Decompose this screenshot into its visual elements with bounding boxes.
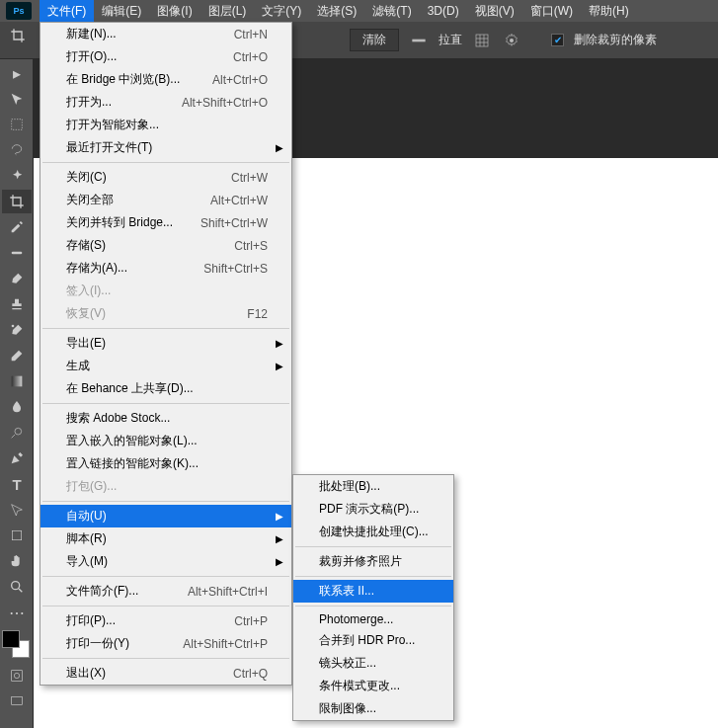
- straighten-label: 拉直: [439, 32, 462, 48]
- menu-item-label: 置入嵌入的智能对象(L)...: [66, 433, 268, 449]
- move-tool[interactable]: [2, 87, 32, 111]
- file-menu-item-8[interactable]: 关闭全部Alt+Ctrl+W: [40, 189, 291, 211]
- gear-icon[interactable]: [502, 31, 521, 50]
- menu-item-label: 限制图像...: [319, 700, 430, 717]
- menu-layer[interactable]: 图层(L): [200, 0, 255, 23]
- history-brush-tool[interactable]: [2, 318, 32, 342]
- file-menu-item-26[interactable]: 导入(M)▶: [40, 550, 291, 573]
- file-menu-item-25[interactable]: 脚本(R)▶: [40, 527, 291, 550]
- menu-item-label: 镜头校正...: [319, 655, 430, 672]
- color-swatch[interactable]: [2, 630, 30, 658]
- crop-tool[interactable]: [2, 190, 32, 213]
- automate-item-9[interactable]: 合并到 HDR Pro...: [293, 629, 453, 652]
- stamp-tool[interactable]: [2, 292, 32, 316]
- menu-item-label: PDF 演示文稿(P)...: [319, 501, 430, 518]
- menu-item-shortcut: Ctrl+O: [233, 50, 268, 64]
- file-menu-item-30[interactable]: 打印(P)...Ctrl+P: [40, 609, 291, 632]
- file-menu-item-21[interactable]: 置入链接的智能对象(K)...: [40, 452, 291, 475]
- heal-tool[interactable]: [2, 241, 32, 265]
- file-menu-item-24[interactable]: 自动(U)▶: [40, 505, 291, 527]
- path-tool[interactable]: [2, 498, 32, 522]
- eraser-tool[interactable]: [2, 344, 32, 367]
- menu-file[interactable]: 文件(F): [40, 0, 94, 23]
- file-menu-item-5[interactable]: 最近打开文件(T)▶: [40, 136, 291, 159]
- file-menu-item-20[interactable]: 置入嵌入的智能对象(L)...: [40, 430, 291, 452]
- menu-item-shortcut: Ctrl+S: [234, 239, 268, 253]
- file-menu-item-9[interactable]: 关闭并转到 Bridge...Shift+Ctrl+W: [40, 211, 291, 234]
- file-menu-item-10[interactable]: 存储(S)Ctrl+S: [40, 234, 291, 257]
- menu-type[interactable]: 文字(Y): [254, 0, 309, 23]
- wand-tool[interactable]: [2, 164, 32, 188]
- dodge-tool[interactable]: [2, 421, 32, 445]
- hand-tool[interactable]: [2, 549, 32, 573]
- automate-item-11[interactable]: 条件模式更改...: [293, 675, 453, 697]
- menu-window[interactable]: 窗口(W): [522, 0, 581, 23]
- file-menu-item-3[interactable]: 打开为...Alt+Shift+Ctrl+O: [40, 91, 291, 114]
- delete-cropped-label: 删除裁剪的像素: [574, 32, 657, 48]
- automate-item-2[interactable]: 创建快捷批处理(C)...: [293, 521, 453, 543]
- marquee-tool[interactable]: [2, 113, 32, 136]
- file-menu-item-22: 打包(G)...: [40, 475, 291, 498]
- automate-submenu: 批处理(B)...PDF 演示文稿(P)...创建快捷批处理(C)...裁剪并修…: [292, 474, 454, 721]
- shape-tool[interactable]: [2, 524, 32, 547]
- automate-item-8[interactable]: Photomerge...: [293, 609, 453, 629]
- svg-point-2: [510, 39, 514, 42]
- file-menu-item-16[interactable]: 生成▶: [40, 355, 291, 377]
- screenmode-toggle[interactable]: [2, 689, 32, 713]
- file-menu-item-17[interactable]: 在 Behance 上共享(D)...: [40, 377, 291, 400]
- menu-select[interactable]: 选择(S): [309, 0, 364, 23]
- lasso-tool[interactable]: [2, 138, 32, 162]
- pen-tool[interactable]: [2, 446, 32, 470]
- edit-toolbar[interactable]: ⋯: [2, 601, 32, 624]
- file-menu-item-19[interactable]: 搜索 Adobe Stock...: [40, 407, 291, 430]
- svg-rect-8: [12, 530, 21, 539]
- automate-item-4[interactable]: 裁剪并修齐照片: [293, 550, 453, 573]
- file-menu-item-13: 恢复(V)F12: [40, 302, 291, 325]
- menu-item-shortcut: Alt+Ctrl+W: [210, 194, 268, 207]
- menu-help[interactable]: 帮助(H): [581, 0, 637, 23]
- menu-view[interactable]: 视图(V): [467, 0, 522, 23]
- file-menu-item-31[interactable]: 打印一份(Y)Alt+Shift+Ctrl+P: [40, 632, 291, 655]
- menu-item-label: 批处理(B)...: [319, 478, 430, 495]
- submenu-arrow-icon: ▶: [276, 511, 283, 522]
- grid-icon[interactable]: [472, 31, 492, 50]
- expand-icon[interactable]: ▸: [2, 61, 32, 85]
- menu-item-label: 打印(P)...: [66, 612, 234, 629]
- file-menu-item-15[interactable]: 导出(E)▶: [40, 332, 291, 355]
- clear-button[interactable]: 清除: [350, 29, 399, 51]
- file-menu-item-1[interactable]: 打开(O)...Ctrl+O: [40, 45, 291, 68]
- menu-item-label: 打包(G)...: [66, 478, 268, 495]
- automate-item-12[interactable]: 限制图像...: [293, 697, 453, 720]
- automate-item-1[interactable]: PDF 演示文稿(P)...: [293, 498, 453, 521]
- brush-tool[interactable]: [2, 267, 32, 290]
- file-menu-item-2[interactable]: 在 Bridge 中浏览(B)...Alt+Ctrl+O: [40, 68, 291, 91]
- eyedropper-tool[interactable]: [2, 215, 32, 239]
- menu-filter[interactable]: 滤镜(T): [364, 0, 419, 23]
- blur-tool[interactable]: [2, 395, 32, 419]
- type-tool[interactable]: T: [2, 472, 32, 496]
- file-menu-item-28[interactable]: 文件简介(F)...Alt+Shift+Ctrl+I: [40, 580, 291, 603]
- menu-image[interactable]: 图像(I): [149, 0, 199, 23]
- menu-item-label: 在 Behance 上共享(D)...: [66, 380, 268, 397]
- gradient-tool[interactable]: [2, 369, 32, 393]
- menu-separator: [295, 606, 451, 607]
- delete-cropped-checkbox[interactable]: ✔: [551, 34, 564, 46]
- file-menu-item-4[interactable]: 打开为智能对象...: [40, 114, 291, 136]
- automate-item-10[interactable]: 镜头校正...: [293, 652, 453, 675]
- automate-item-0[interactable]: 批处理(B)...: [293, 475, 453, 498]
- file-menu-item-11[interactable]: 存储为(A)...Shift+Ctrl+S: [40, 257, 291, 280]
- quickmask-toggle[interactable]: [2, 664, 32, 688]
- menu-3d[interactable]: 3D(D): [420, 1, 467, 21]
- menu-edit[interactable]: 编辑(E): [94, 0, 149, 23]
- file-menu-item-0[interactable]: 新建(N)...Ctrl+N: [40, 23, 291, 45]
- svg-rect-12: [12, 696, 23, 704]
- file-menu-item-7[interactable]: 关闭(C)Ctrl+W: [40, 166, 291, 189]
- menu-item-label: 新建(N)...: [66, 26, 234, 42]
- file-menu-item-33[interactable]: 退出(X)Ctrl+Q: [40, 662, 291, 685]
- submenu-arrow-icon: ▶: [276, 338, 283, 349]
- svg-rect-0: [412, 39, 425, 41]
- automate-item-6[interactable]: 联系表 II...: [293, 580, 453, 603]
- menu-item-shortcut: Alt+Shift+Ctrl+P: [183, 637, 268, 651]
- zoom-tool[interactable]: [2, 575, 32, 599]
- straighten-icon[interactable]: [409, 31, 429, 50]
